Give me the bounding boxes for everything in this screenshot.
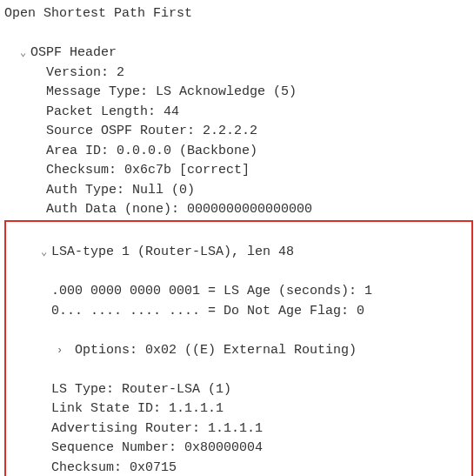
field-version[interactable]: Version: 2 (4, 64, 474, 84)
lsa-row[interactable]: ⌄LSA-type 1 (Router-LSA), len 48 (10, 224, 468, 283)
field-options-row[interactable]: › Options: 0x02 ((E) External Routing) (10, 321, 468, 380)
field-ls-age[interactable]: .000 0000 0000 0001 = LS Age (seconds): … (10, 282, 468, 302)
field-message-type[interactable]: Message Type: LS Acknowledge (5) (4, 83, 474, 103)
caret-down-icon: ⌄ (41, 245, 51, 260)
field-auth-type[interactable]: Auth Type: Null (0) (4, 181, 474, 201)
field-auth-data[interactable]: Auth Data (none): 0000000000000000 (4, 200, 474, 220)
field-ls-type[interactable]: LS Type: Router-LSA (1) (10, 380, 468, 400)
field-options-label: Options: 0x02 ((E) External Routing) (75, 343, 357, 358)
field-lsa-checksum[interactable]: Checksum: 0x0715 (10, 459, 468, 477)
caret-right-icon: › (57, 343, 67, 359)
field-do-not-age[interactable]: 0... .... .... .... = Do Not Age Flag: 0 (10, 302, 468, 322)
caret-down-icon: ⌄ (20, 45, 30, 61)
field-area-id[interactable]: Area ID: 0.0.0.0 (Backbone) (4, 142, 474, 162)
lsa-label: LSA-type 1 (Router-LSA), len 48 (51, 245, 294, 259)
field-packet-length[interactable]: Packet Length: 44 (4, 103, 474, 123)
field-source-router[interactable]: Source OSPF Router: 2.2.2.2 (4, 122, 474, 142)
field-sequence-number[interactable]: Sequence Number: 0x80000004 (10, 439, 468, 459)
packet-title: Open Shortest Path First (4, 4, 474, 24)
ospf-header-label: OSPF Header (30, 45, 117, 60)
ospf-header-row[interactable]: ⌄OSPF Header (4, 24, 474, 64)
field-advertising-router[interactable]: Advertising Router: 1.1.1.1 (10, 419, 468, 439)
lsa-highlight-box: ⌄LSA-type 1 (Router-LSA), len 48 .000 00… (4, 220, 473, 477)
field-checksum[interactable]: Checksum: 0x6c7b [correct] (4, 161, 474, 181)
field-link-state-id[interactable]: Link State ID: 1.1.1.1 (10, 399, 468, 419)
